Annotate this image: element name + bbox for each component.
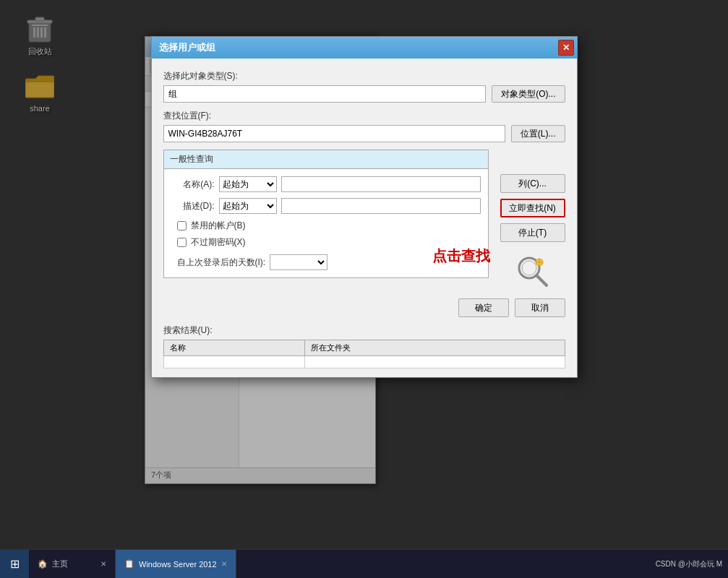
desc-condition-select[interactable]: 起始为 xyxy=(219,198,277,214)
disabled-account-row: 禁用的帐户(B) xyxy=(171,220,481,232)
object-type-row: 对象类型(O)... xyxy=(163,85,565,103)
location-input[interactable] xyxy=(163,125,505,142)
search-panel-header[interactable]: 一般性查询 xyxy=(164,150,488,169)
search-tab-label: 一般性查询 xyxy=(170,154,213,164)
taskbar-tab-winserver[interactable]: 📋 Windows Server 2012 ✕ xyxy=(116,550,236,578)
disabled-account-checkbox[interactable] xyxy=(177,221,187,230)
taskbar: ⊞ 🏠 主页 ✕ 📋 Windows Server 2012 ✕ CSDN @小… xyxy=(0,549,728,578)
no-expire-pwd-checkbox[interactable] xyxy=(177,238,187,247)
results-col-name: 名称 xyxy=(163,340,304,356)
disabled-account-label: 禁用的帐户(B) xyxy=(191,220,246,232)
results-section: 搜索结果(U): 名称 所在文件夹 xyxy=(152,324,577,377)
start-button[interactable]: ⊞ xyxy=(0,550,29,579)
name-condition-select[interactable]: 起始为 xyxy=(219,176,277,192)
footer-buttons-row: 确定 取消 xyxy=(152,298,577,324)
taskbar-right-text: CSDN @小郎会玩 M xyxy=(656,559,722,569)
find-now-button[interactable]: 立即查找(N) xyxy=(500,199,565,217)
no-expire-pwd-label: 不过期密码(X) xyxy=(191,236,246,249)
results-table: 名称 所在文件夹 xyxy=(163,340,565,368)
object-type-button[interactable]: 对象类型(O)... xyxy=(492,85,565,103)
days-row: 自上次登录后的天数(I): xyxy=(171,254,481,270)
location-button[interactable]: 位置(L)... xyxy=(511,125,565,142)
name-value-input[interactable] xyxy=(281,176,481,192)
stop-button[interactable]: 停止(T) xyxy=(500,223,565,242)
select-user-dialog: 选择用户或组 ✕ 选择此对象类型(S): 对象类型(O)... 查找位置(F):… xyxy=(151,36,578,378)
results-empty-row xyxy=(163,356,565,368)
location-row: 位置(L)... xyxy=(163,125,565,142)
days-select[interactable] xyxy=(270,254,327,270)
columns-button[interactable]: 列(C)... xyxy=(500,174,565,193)
home-tab-icon: 🏠 xyxy=(38,559,48,569)
no-expire-pwd-row: 不过期密码(X) xyxy=(171,236,481,249)
svg-point-10 xyxy=(522,261,536,275)
location-label: 查找位置(F): xyxy=(163,110,565,122)
search-panel-body: 名称(A): 起始为 描述(D): 起始为 xyxy=(164,169,488,277)
name-field-row: 名称(A): 起始为 xyxy=(171,176,481,192)
desc-field-label: 描述(D): xyxy=(171,200,215,212)
desc-value-input[interactable] xyxy=(281,198,481,214)
object-type-label: 选择此对象类型(S): xyxy=(163,70,565,82)
days-label: 自上次登录后的天数(I): xyxy=(177,256,266,269)
results-empty-name xyxy=(163,356,304,368)
dialog-close-button[interactable]: ✕ xyxy=(558,40,574,56)
desktop: 回收站 share 📁 文件 ◀ ▶ ▲ 常规 文件 📁 此电脑 > 本地磁盘 xyxy=(0,0,728,578)
results-label: 搜索结果(U): xyxy=(163,324,565,337)
winserver-tab-close[interactable]: ✕ xyxy=(221,560,227,568)
modal-overlay: 选择用户或组 ✕ 选择此对象类型(S): 对象类型(O)... 查找位置(F):… xyxy=(0,0,728,578)
svg-line-9 xyxy=(536,275,547,285)
desc-field-row: 描述(D): 起始为 xyxy=(171,198,481,214)
results-empty-folder xyxy=(304,356,565,368)
object-type-input[interactable] xyxy=(163,85,487,103)
home-tab-label: 主页 xyxy=(52,558,68,569)
winserver-tab-label: Windows Server 2012 xyxy=(139,560,217,569)
search-magnifier-icon xyxy=(515,254,551,290)
home-tab-close[interactable]: ✕ xyxy=(100,560,106,568)
action-buttons-panel: 列(C)... 立即查找(N) 停止(T) xyxy=(500,174,565,290)
taskbar-tabs: 🏠 主页 ✕ 📋 Windows Server 2012 ✕ xyxy=(29,550,236,578)
search-panel: 一般性查询 名称(A): 起始为 描述(D): xyxy=(163,150,489,278)
ok-button[interactable]: 确定 xyxy=(458,298,509,317)
cancel-button[interactable]: 取消 xyxy=(515,298,565,317)
taskbar-tab-home[interactable]: 🏠 主页 ✕ xyxy=(29,550,116,578)
search-icon-area xyxy=(500,254,565,290)
name-field-label: 名称(A): xyxy=(171,178,215,191)
dialog-title: 选择用户或组 xyxy=(159,41,215,54)
results-col-folder: 所在文件夹 xyxy=(304,340,565,356)
taskbar-right: CSDN @小郎会玩 M xyxy=(656,559,728,569)
winserver-tab-icon: 📋 xyxy=(124,559,134,569)
dialog-body: 选择此对象类型(S): 对象类型(O)... 查找位置(F): 位置(L)...… xyxy=(152,59,577,298)
dialog-titlebar: 选择用户或组 ✕ xyxy=(152,37,577,59)
